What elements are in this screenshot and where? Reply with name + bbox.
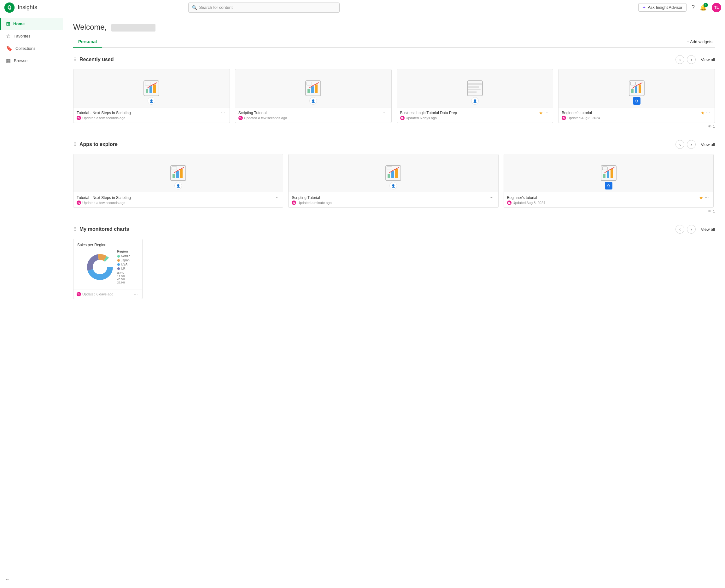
recently-used-prev-button[interactable]: ‹ — [676, 55, 684, 64]
apps-prev-button[interactable]: ‹ — [676, 140, 684, 149]
user-icon-2: 👤 — [311, 99, 315, 103]
app-card-2[interactable]: 👤 Scripting Tutorial ··· TL Updated a mi… — [288, 154, 498, 208]
user-name-blurred — [111, 24, 156, 31]
app-card-2-more[interactable]: ··· — [488, 195, 495, 201]
monitored-view-all[interactable]: View all — [701, 227, 715, 232]
apps-views: 👁 1 — [73, 208, 715, 215]
recently-used-views: 👁 1 — [73, 123, 715, 130]
app-card-3-more[interactable]: ··· — [703, 195, 710, 201]
apps-next-button[interactable]: › — [687, 140, 696, 149]
sidebar-item-collections[interactable]: 🔖 Collections — [0, 42, 63, 55]
svg-rect-30 — [395, 169, 398, 178]
svg-rect-5 — [153, 84, 156, 93]
tab-personal[interactable]: Personal — [73, 37, 102, 48]
app-card-1[interactable]: 👤 Tutorial - Next Steps in Scripting ···… — [73, 154, 283, 208]
monitored-charts-cards: Sales per Region — [73, 239, 715, 299]
chart-updated: Updated 6 days ago — [82, 292, 113, 296]
user-icon: 👤 — [149, 99, 153, 103]
svg-rect-9 — [311, 86, 314, 93]
card-1-title: Tutorial - Next Steps in Scripting — [77, 111, 220, 115]
ask-advisor-button[interactable]: ✦ Ask Insight Advisor — [638, 3, 686, 12]
logo: Q Insights — [4, 2, 37, 13]
apps-to-explore-nav: ‹ › View all — [676, 140, 715, 149]
chart-legend: Region Nordic Japan — [117, 250, 130, 284]
avatar[interactable]: TL — [712, 3, 721, 12]
browse-icon: ▦ — [6, 58, 11, 64]
card-4-star[interactable]: ★ — [701, 110, 705, 115]
app-icon-2 — [385, 165, 401, 181]
recently-used-view-all[interactable]: View all — [701, 57, 715, 62]
sidebar-item-label-favorites: Favorites — [14, 34, 30, 39]
app-card-3-thumbnail: Q — [504, 154, 713, 192]
apps-view-all[interactable]: View all — [701, 142, 715, 147]
svg-rect-13 — [468, 83, 482, 85]
chart-card-footer: TL Updated 6 days ago ··· — [74, 289, 142, 299]
app-thumbnail-icon-4 — [628, 80, 645, 97]
apps-to-explore-header: ⠿ Apps to explore ‹ › View all — [73, 140, 715, 149]
drag-handle-icon[interactable]: ⠿ — [73, 57, 77, 63]
app-card-3-star[interactable]: ★ — [699, 195, 703, 200]
card-2-owner-badge: 👤 — [309, 97, 317, 105]
search-icon: 🔍 — [192, 5, 197, 10]
chart-more-button[interactable]: ··· — [132, 291, 139, 297]
chart-title: Sales per Region — [77, 243, 139, 247]
card-1-bottom-row: Tutorial - Next Steps in Scripting ··· — [77, 110, 226, 116]
recent-card-1[interactable]: 👤 Tutorial - Next Steps in Scripting ···… — [73, 69, 230, 123]
sidebar-item-favorites[interactable]: ☆ Favorites — [0, 30, 63, 42]
card-3-star[interactable]: ★ — [539, 110, 543, 115]
app-card-1-more[interactable]: ··· — [273, 195, 280, 201]
app-icon-3 — [600, 165, 617, 181]
card-3-more-button[interactable]: ··· — [543, 110, 550, 116]
app-card-3-footer: Beginner's tutorial ★ ··· TL Updated Aug… — [504, 192, 713, 207]
recent-card-4[interactable]: Q Beginner's tutorial ★ ··· TL Upd — [558, 69, 715, 123]
card-3-avatar: TL — [400, 116, 405, 120]
sidebar-item-browse[interactable]: ▦ Browse — [0, 55, 63, 67]
search-input[interactable] — [199, 5, 336, 10]
apps-to-explore-cards: 👤 Tutorial - Next Steps in Scripting ···… — [73, 154, 715, 208]
recent-card-2[interactable]: 👤 Scripting Tutorial ··· TL Updated a fe… — [235, 69, 392, 123]
donut-chart — [86, 253, 114, 281]
apps-to-explore-title: Apps to explore — [80, 142, 676, 147]
legend-item-usa: USA — [117, 262, 130, 266]
card-1-more-button[interactable]: ··· — [220, 110, 226, 116]
svg-rect-36 — [602, 167, 607, 170]
svg-rect-34 — [607, 171, 609, 178]
recently-used-next-button[interactable]: › — [687, 55, 696, 64]
help-icon: ? — [691, 4, 695, 10]
card-1-subtitle: TL Updated a few seconds ago — [77, 116, 226, 120]
card-3-footer: Business Logic Tutorial Data Prep ★ ··· … — [397, 107, 553, 123]
sales-per-region-card[interactable]: Sales per Region — [73, 239, 143, 299]
add-widgets-button[interactable]: + Add widgets — [683, 38, 715, 45]
uk-dot — [117, 267, 120, 270]
svg-rect-8 — [308, 89, 310, 93]
chart-inner: Sales per Region — [74, 239, 142, 289]
svg-rect-3 — [146, 89, 148, 93]
sidebar-item-label-browse: Browse — [14, 58, 27, 63]
home-icon: ⊞ — [6, 21, 10, 27]
drag-handle-icon-2[interactable]: ⠿ — [73, 142, 77, 148]
notifications-button[interactable]: 🔔 1 — [700, 4, 707, 11]
sidebar-item-home[interactable]: ⊞ Home — [0, 18, 63, 30]
svg-rect-28 — [388, 174, 390, 178]
eye-icon-2: 👁 — [708, 209, 712, 213]
app-card-3[interactable]: Q Beginner's tutorial ★ ··· TL Upd — [504, 154, 713, 208]
card-2-more-button[interactable]: ··· — [381, 110, 388, 116]
monitored-prev-button[interactable]: ‹ — [676, 225, 684, 234]
sidebar-collapse-button[interactable]: ← — [0, 573, 63, 586]
legend-label: Region — [117, 250, 130, 253]
drag-handle-icon-3[interactable]: ⠿ — [73, 226, 77, 232]
monitored-next-button[interactable]: › — [687, 225, 696, 234]
collapse-icon: ← — [5, 576, 10, 582]
app-card-1-thumbnail: 👤 — [74, 154, 283, 192]
app-card-2-owner: 👤 — [390, 182, 397, 189]
search-bar[interactable]: 🔍 — [188, 2, 340, 13]
svg-rect-19 — [635, 86, 637, 93]
usa-dot — [117, 263, 120, 266]
svg-rect-31 — [387, 167, 392, 170]
card-4-more-button[interactable]: ··· — [705, 110, 711, 116]
card-2-title: Scripting Tutorial — [239, 111, 381, 115]
svg-rect-20 — [639, 84, 641, 93]
svg-rect-14 — [468, 86, 479, 88]
recent-card-3[interactable]: 👤 Business Logic Tutorial Data Prep ★ ··… — [397, 69, 554, 123]
help-button[interactable]: ? — [691, 4, 695, 11]
